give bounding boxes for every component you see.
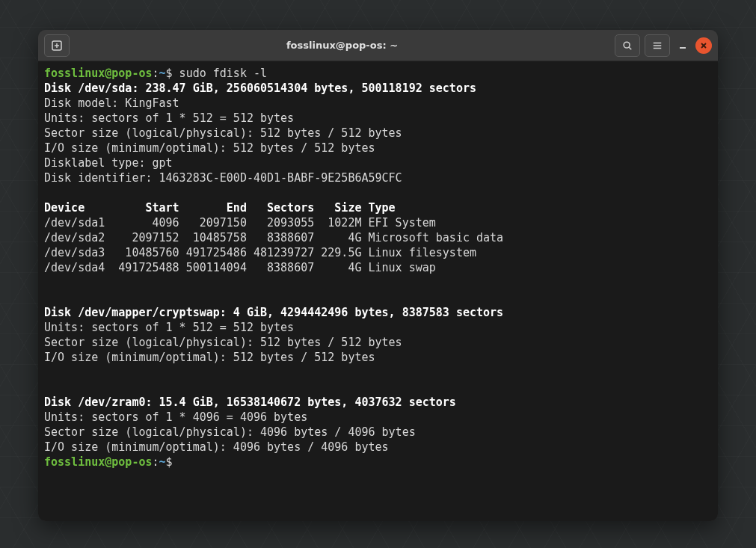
prompt-user: fosslinux — [44, 455, 105, 469]
table-row: /dev/sda4 491725488 500114094 8388607 4G… — [44, 260, 712, 275]
prompt-path: ~ — [159, 455, 166, 469]
table-header: Device Start End Sectors Size Type — [44, 200, 712, 215]
prompt-dollar: $ — [166, 455, 173, 469]
prompt-dollar: $ — [166, 67, 173, 80]
new-tab-button[interactable] — [44, 34, 70, 57]
disk2-header: Disk /dev/mapper/cryptswap: 4 GiB, 42944… — [44, 305, 712, 320]
minimize-icon — [678, 41, 687, 50]
disk1-io: I/O size (minimum/optimal): 512 bytes / … — [44, 141, 712, 156]
prompt-at: @ — [105, 67, 111, 80]
svg-point-3 — [624, 42, 630, 48]
disk2-io: I/O size (minimum/optimal): 512 bytes / … — [44, 350, 712, 365]
command-text: sudo fdisk -l — [173, 67, 267, 80]
prompt-line-1: fosslinux@pop-os:~$ sudo fdisk -l — [44, 66, 712, 81]
prompt-host: pop-os — [111, 455, 152, 469]
hamburger-icon — [652, 40, 663, 51]
titlebar: fosslinux@pop-os: ~ — [38, 30, 718, 61]
prompt-colon: : — [153, 67, 159, 80]
prompt-at: @ — [105, 455, 111, 469]
svg-line-4 — [629, 47, 631, 49]
terminal-window: fosslinux@pop-os: ~ — [38, 30, 718, 521]
titlebar-right-controls — [615, 34, 712, 57]
disk1-header: Disk /dev/sda: 238.47 GiB, 256060514304 … — [44, 81, 712, 96]
disk1-units: Units: sectors of 1 * 512 = 512 bytes — [44, 111, 712, 126]
window-title: fosslinux@pop-os: ~ — [70, 40, 615, 51]
disk2-sector: Sector size (logical/physical): 512 byte… — [44, 335, 712, 350]
close-icon — [700, 42, 707, 49]
table-row: /dev/sda1 4096 2097150 2093055 1022M EFI… — [44, 215, 712, 230]
close-button[interactable] — [695, 37, 712, 54]
blank-line — [44, 185, 712, 200]
disk1-ident: Disk identifier: 1463283C-E00D-40D1-BABF… — [44, 170, 712, 185]
prompt-host: pop-os — [111, 67, 152, 80]
prompt-path: ~ — [159, 67, 166, 80]
table-row: /dev/sda3 10485760 491725486 481239727 2… — [44, 245, 712, 260]
blank-line — [44, 275, 712, 290]
terminal-body[interactable]: fosslinux@pop-os:~$ sudo fdisk -lDisk /d… — [38, 61, 718, 521]
disk3-io: I/O size (minimum/optimal): 4096 bytes /… — [44, 440, 712, 455]
table-row: /dev/sda2 2097152 10485758 8388607 4G Mi… — [44, 230, 712, 245]
disk1-model: Disk model: KingFast — [44, 96, 712, 111]
prompt-user: fosslinux — [44, 67, 105, 80]
search-icon — [622, 40, 633, 51]
blank-line — [44, 380, 712, 395]
new-tab-icon — [51, 40, 63, 52]
prompt-colon: : — [153, 455, 159, 469]
disk3-sector: Sector size (logical/physical): 4096 byt… — [44, 425, 712, 440]
prompt-line-2: fosslinux@pop-os:~$ — [44, 455, 712, 470]
search-button[interactable] — [615, 34, 640, 57]
menu-button[interactable] — [645, 34, 670, 57]
disk2-units: Units: sectors of 1 * 512 = 512 bytes — [44, 320, 712, 335]
disk3-units: Units: sectors of 1 * 4096 = 4096 bytes — [44, 410, 712, 425]
blank-line — [44, 365, 712, 380]
disk3-header: Disk /dev/zram0: 15.4 GiB, 16538140672 b… — [44, 395, 712, 410]
minimize-button[interactable] — [674, 37, 691, 54]
disk1-label: Disklabel type: gpt — [44, 156, 712, 170]
blank-line — [44, 290, 712, 305]
disk1-sector: Sector size (logical/physical): 512 byte… — [44, 126, 712, 141]
